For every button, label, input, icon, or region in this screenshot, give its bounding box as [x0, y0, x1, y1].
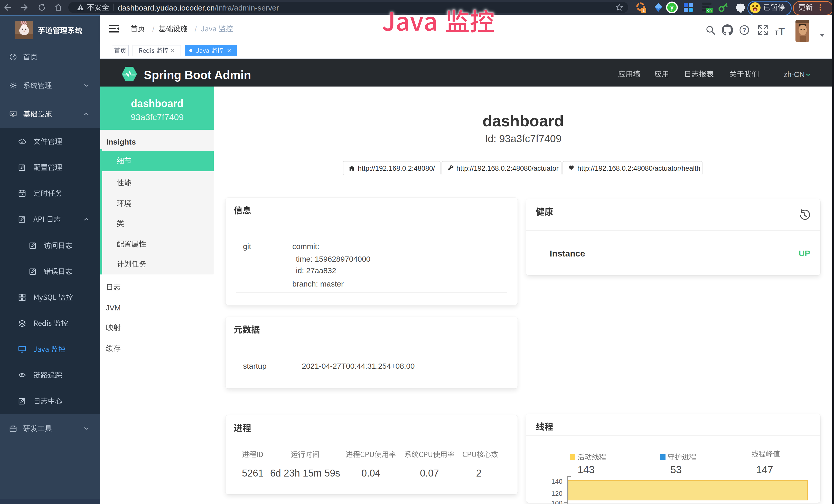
svg-text:y: y [671, 4, 674, 10]
svg-text:on: on [707, 8, 711, 12]
svg-text:?: ? [743, 27, 746, 33]
svg-text:1: 1 [643, 8, 645, 13]
